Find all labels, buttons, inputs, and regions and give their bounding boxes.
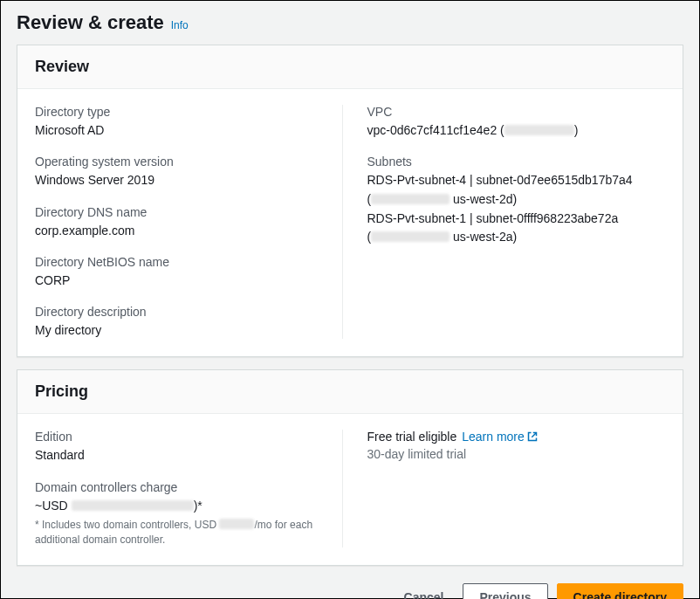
field-vpc: VPC vpc-0d6c7cf411cf1e4e2 () xyxy=(367,105,666,139)
pricing-panel-header: Pricing xyxy=(17,370,683,414)
value-dns-name: corp.example.com xyxy=(35,222,333,239)
field-os-version: Operating system version Windows Server … xyxy=(35,155,333,189)
free-trial-row: Free trial eligible Learn more xyxy=(367,430,666,444)
value-directory-type: Microsoft AD xyxy=(35,121,333,139)
review-left-column: Directory type Microsoft AD Operating sy… xyxy=(35,105,333,339)
review-panel-body: Directory type Microsoft AD Operating sy… xyxy=(17,89,683,356)
subnet-2-detail: ( us-west-2a) xyxy=(367,228,666,247)
info-link[interactable]: Info xyxy=(171,19,189,31)
field-edition: Edition Standard xyxy=(35,430,333,464)
learn-more-link[interactable]: Learn more xyxy=(462,430,538,444)
column-divider xyxy=(342,105,343,339)
pricing-right-column: Free trial eligible Learn more 30-day li… xyxy=(367,430,666,547)
label-os-version: Operating system version xyxy=(35,155,333,169)
subnet-1-az: us-west-2d) xyxy=(450,192,517,206)
external-link-icon xyxy=(527,431,538,442)
value-description: My directory xyxy=(35,321,333,339)
dc-charge-redacted xyxy=(72,500,194,511)
review-panel-header: Review xyxy=(17,45,683,89)
pricing-divider xyxy=(342,430,343,547)
label-vpc: VPC xyxy=(367,105,666,119)
create-directory-button[interactable]: Create directory xyxy=(557,583,683,599)
value-edition: Standard xyxy=(35,446,333,464)
page-header: Review & create Info xyxy=(17,11,683,34)
label-description: Directory description xyxy=(35,305,333,319)
free-trial-label: Free trial eligible xyxy=(367,430,457,444)
cancel-button[interactable]: Cancel xyxy=(394,584,455,599)
pricing-panel-body: Edition Standard Domain controllers char… xyxy=(17,414,683,564)
pricing-panel-title: Pricing xyxy=(35,382,665,401)
wizard-actions: Cancel Previous Create directory xyxy=(17,583,683,599)
subnet-2-az: us-west-2a) xyxy=(450,230,517,244)
review-panel: Review Directory type Microsoft AD Opera… xyxy=(17,45,683,357)
review-panel-title: Review xyxy=(35,58,665,76)
field-description: Directory description My directory xyxy=(35,305,333,339)
label-directory-type: Directory type xyxy=(35,105,333,119)
pricing-left-column: Edition Standard Domain controllers char… xyxy=(35,430,333,547)
value-vpc: vpc-0d6c7cf411cf1e4e2 () xyxy=(367,121,666,139)
subnet-2-redacted xyxy=(371,231,450,242)
label-dc-charge: Domain controllers charge xyxy=(35,480,333,494)
page-title: Review & create xyxy=(17,11,164,34)
learn-more-text: Learn more xyxy=(462,430,525,444)
value-netbios: CORP xyxy=(35,272,333,289)
value-subnets: RDS-Pvt-subnet-4 | subnet-0d7ee6515db17b… xyxy=(367,171,666,247)
trial-note: 30-day limited trial xyxy=(367,447,666,461)
previous-button[interactable]: Previous xyxy=(463,583,547,599)
field-netbios: Directory NetBIOS name CORP xyxy=(35,255,333,289)
subnet-1-line: RDS-Pvt-subnet-4 | subnet-0d7ee6515db17b… xyxy=(367,171,666,190)
value-dc-charge: ~USD )* xyxy=(35,497,333,514)
vpc-id-suffix: ) xyxy=(574,123,579,137)
vpc-name-redacted xyxy=(504,125,574,135)
dc-charge-prefix: ~USD xyxy=(35,499,72,513)
field-dc-charge: Domain controllers charge ~USD )* * Incl… xyxy=(35,480,333,547)
label-netbios: Directory NetBIOS name xyxy=(35,255,333,269)
pricing-panel: Pricing Edition Standard Domain controll… xyxy=(17,369,683,565)
value-os-version: Windows Server 2019 xyxy=(35,171,333,189)
footnote-redacted xyxy=(219,519,254,529)
subnet-1-detail: ( us-west-2d) xyxy=(367,190,666,210)
subnet-2-line: RDS-Pvt-subnet-1 | subnet-0ffff968223abe… xyxy=(367,210,666,229)
label-dns-name: Directory DNS name xyxy=(35,205,333,219)
label-edition: Edition xyxy=(35,430,333,444)
field-dns-name: Directory DNS name corp.example.com xyxy=(35,205,333,239)
subnet-1-redacted xyxy=(371,194,450,204)
field-directory-type: Directory type Microsoft AD xyxy=(35,105,333,139)
vpc-id-prefix: vpc-0d6c7cf411cf1e4e2 ( xyxy=(367,123,504,137)
page-container: Review & create Info Review Directory ty… xyxy=(0,0,700,599)
field-subnets: Subnets RDS-Pvt-subnet-4 | subnet-0d7ee6… xyxy=(367,155,666,247)
review-right-column: VPC vpc-0d6c7cf411cf1e4e2 () Subnets RDS… xyxy=(367,105,666,339)
dc-charge-suffix: )* xyxy=(194,499,202,513)
footnote-prefix: * Includes two domain controllers, USD xyxy=(35,519,219,531)
dc-charge-footnote: * Includes two domain controllers, USD /… xyxy=(35,518,333,547)
label-subnets: Subnets xyxy=(367,155,666,169)
